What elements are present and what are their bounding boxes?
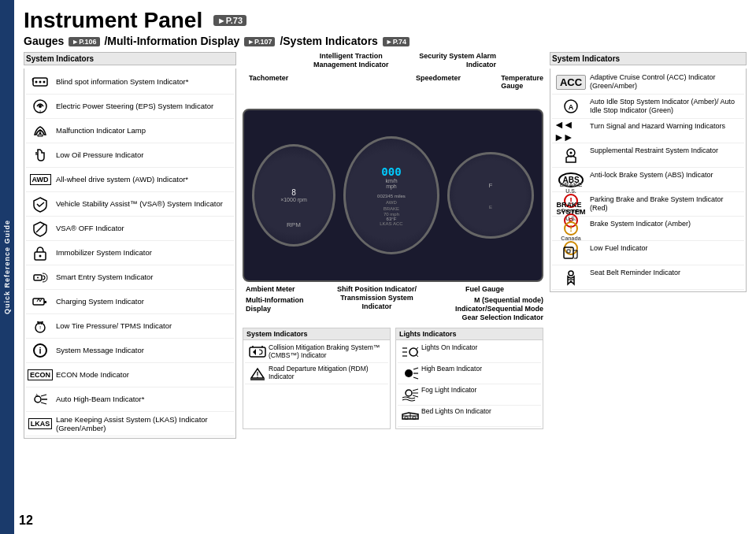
- list-item: Charging System Indicator: [26, 290, 234, 314]
- left-section-header: System Indicators: [24, 52, 236, 65]
- parking-brake-label: Parking Brake and Brake System Indicator…: [588, 194, 743, 213]
- brake-system-item: BRAKESYSTEM U.S. ! Canada ! Brake System…: [552, 217, 744, 241]
- label-speedometer: Speedometer: [416, 74, 461, 82]
- mid-column: Tachometer Intelligent TractionManagemen…: [243, 52, 543, 517]
- list-item: VSA® OFF Indicator: [26, 217, 234, 241]
- svg-point-5: [39, 105, 42, 108]
- subtitle-ref3: ►P.74: [383, 37, 410, 46]
- title-ref-badge: ►P.73: [213, 15, 246, 26]
- srs-icon: [554, 145, 588, 165]
- lkas-icon: LKAS: [28, 413, 53, 434]
- right-column: System Indicators ACC Adaptive Cruise Co…: [550, 52, 747, 517]
- left-column: System Indicators Blind spot information…: [24, 52, 236, 517]
- vsa-off-label: VSA® OFF Indicator: [53, 224, 232, 232]
- charging-label: Charging System Indicator: [53, 297, 232, 306]
- cmbs-item: Collision Mitigation Braking System™ (CM…: [245, 342, 388, 363]
- lights-on-icon: [399, 343, 421, 361]
- rdm-icon: [246, 365, 269, 382]
- right-gauge: F E: [447, 152, 534, 239]
- svg-point-9: [35, 152, 37, 154]
- list-item: Vehicle Stability Assist™ (VSA®) System …: [26, 192, 234, 217]
- svg-rect-7: [38, 135, 43, 136]
- vsa-icon: [28, 194, 53, 214]
- low-fuel-item: Low Fuel Indicator: [552, 241, 744, 265]
- sys-indicators-subpanel: System Indicators Collision Mitigation B…: [243, 328, 391, 429]
- svg-text:A: A: [35, 393, 39, 398]
- brake-system-label: Brake System Indicator (Amber): [588, 218, 743, 228]
- label-shift: Shift Position Indicator/Transmission Sy…: [337, 285, 417, 310]
- srs-label: Supplemental Restraint System Indicator: [588, 145, 743, 155]
- svg-point-8: [39, 132, 42, 135]
- svg-point-25: [252, 346, 254, 347]
- sidebar: Quick Reference Guide: [0, 0, 14, 534]
- right-indicator-list: ACC Adaptive Cruise Control (ACC) Indica…: [550, 69, 747, 292]
- label-security: Security System AlarmIndicator: [419, 52, 496, 69]
- svg-point-52: [569, 271, 573, 276]
- tpms-icon: !: [28, 316, 53, 336]
- svg-point-32: [410, 348, 417, 356]
- lights-on-item: Lights On Indicator: [398, 342, 541, 363]
- svg-point-36: [405, 369, 413, 377]
- label-temp: TemperatureGauge: [501, 74, 543, 90]
- brake-system-amber-icon: BRAKESYSTEM U.S. ! Canada !: [554, 218, 588, 239]
- svg-point-28: [257, 376, 258, 378]
- fog-light-icon: [399, 386, 421, 403]
- svg-line-41: [413, 389, 418, 391]
- list-item: A Auto High-Beam Indicator*: [26, 388, 234, 412]
- oil-label: Low Oil Pressure Indicator: [53, 150, 232, 159]
- seatbelt-label: Seat Belt Reminder Indicator: [588, 267, 743, 277]
- svg-point-40: [406, 390, 412, 396]
- svg-line-39: [413, 377, 418, 379]
- srs-item: Supplemental Restraint System Indicator: [552, 143, 744, 168]
- acc-label: Adaptive Cruise Control (ACC) Indicator …: [588, 72, 743, 91]
- cmbs-label: Collision Mitigation Braking System™ (CM…: [269, 343, 387, 359]
- immobilizer-label: Immobilizer System Indicator: [53, 248, 232, 257]
- turn-signal-icon: ◄◄ ►►: [554, 121, 588, 141]
- svg-line-22: [41, 402, 46, 404]
- eps-icon: !: [28, 96, 53, 117]
- page-title: Instrument Panel ►P.73: [24, 8, 246, 32]
- svg-point-12: [39, 255, 42, 258]
- immobilizer-icon: [28, 243, 53, 263]
- list-item: Smart Entry System Indicator: [26, 265, 234, 290]
- svg-point-1: [35, 81, 38, 83]
- low-fuel-icon: [554, 243, 588, 263]
- svg-line-43: [413, 395, 418, 397]
- speedo-unit: km/hmph: [377, 178, 406, 189]
- svg-rect-44: [405, 417, 408, 419]
- mil-icon: [28, 121, 53, 141]
- label-traction: Intelligent TractionManagement Indicator: [313, 52, 389, 69]
- svg-rect-16: [44, 301, 46, 303]
- smart-entry-icon: [28, 267, 53, 287]
- turn-signal-label: Turn Signal and Hazard Warning Indicator…: [588, 121, 743, 131]
- abs-label: Anti-lock Brake System (ABS) Indicator: [588, 169, 743, 180]
- list-item: AWD All-wheel drive system (AWD) Indicat…: [26, 168, 234, 192]
- lights-indicators-subpanel: Lights Indicators Lights On Indicator: [395, 328, 543, 429]
- panel-top-labels: Tachometer Intelligent TractionManagemen…: [243, 52, 543, 87]
- econ-badge: ECON: [28, 369, 53, 380]
- oil-icon: [28, 145, 53, 165]
- panel-bottom-labels: Ambient Meter Multi-InformationDisplay S…: [243, 285, 543, 324]
- svg-rect-45: [413, 417, 416, 419]
- high-beam-icon: [399, 365, 421, 382]
- auto-idle-label: Auto Idle Stop System Indicator (Amber)/…: [588, 96, 743, 115]
- mil-label: Malfunction Indicator Lamp: [53, 126, 232, 135]
- page-subtitle: Gauges ►P.106 /Multi-Information Display…: [24, 35, 747, 47]
- turn-signal-item: ◄◄ ►► Turn Signal and Hazard Warning Ind…: [552, 119, 744, 143]
- speedo-display: 000: [377, 165, 406, 178]
- svg-text:A: A: [569, 103, 574, 111]
- charging-icon: [28, 291, 53, 312]
- svg-line-10: [36, 224, 44, 232]
- sidebar-label: Quick Reference Guide: [3, 220, 11, 314]
- svg-rect-15: [33, 299, 44, 305]
- seatbelt-item: Seat Belt Reminder Indicator: [552, 265, 744, 290]
- list-item: Immobilizer System Indicator: [26, 241, 234, 265]
- lights-indicators-header: Lights Indicators: [396, 328, 543, 340]
- svg-line-33: [417, 347, 418, 349]
- vsa-off-icon: [28, 218, 53, 239]
- smart-entry-label: Smart Entry System Indicator: [53, 273, 232, 281]
- econ-icon: ECON: [28, 365, 53, 385]
- gauges-container: 8 ×1000 rpm 000 km/hmph 002345 miles AWD: [244, 110, 542, 280]
- auto-idle-icon: A: [554, 96, 588, 117]
- high-beam-auto-label: Auto High-Beam Indicator*: [53, 395, 232, 403]
